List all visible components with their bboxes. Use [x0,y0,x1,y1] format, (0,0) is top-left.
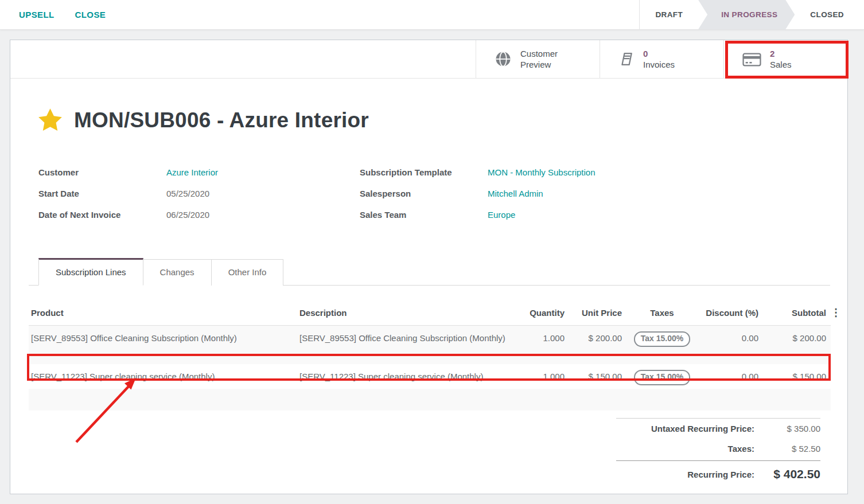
status-step-in-progress[interactable]: IN PROGRESS [698,0,795,29]
header-actions: UPSELL CLOSE [0,10,106,19]
cell-discount: 0.00 [700,364,761,389]
column-header-subtotal: Subtotal [761,300,828,325]
field-value-customer[interactable]: Azure Interior [166,167,218,177]
field-label-customer: Customer [38,167,166,177]
cell-product: [SERV_89553] Office Cleaning Subscriptio… [29,326,297,364]
top-navbar: UPSELL CLOSE DRAFT IN PROGRESS CLOSED [0,0,864,30]
field-value-subscription-template[interactable]: MON - Monthly Subscription [488,167,596,177]
sales-label: Sales [770,59,792,71]
field-value-start-date[interactable]: 05/25/2020 [166,189,209,198]
cell-subtotal: $ 150.00 [761,364,828,389]
cell-product: [SERV_11223] Super cleaning service (Mon… [29,364,297,389]
tab-other-info[interactable]: Other Info [212,259,284,286]
customer-preview-label-line2: Preview [520,59,558,71]
cell-unit-price: $ 150.00 [567,364,624,389]
column-header-quantity: Quantity [516,300,567,325]
table-row[interactable]: [SERV_89553] Office Cleaning Subscriptio… [29,326,831,364]
recurring-price-value: $ 402.50 [754,467,820,481]
field-group: Customer Azure Interior Start Date 05/25… [38,162,830,225]
cell-description: [SERV_89553] Office Cleaning Subscriptio… [297,326,516,364]
invoices-label: Invoices [643,59,675,71]
statusbar: DRAFT IN PROGRESS CLOSED [639,0,864,29]
table-header-row: Product Description Quantity Unit Price … [29,300,831,326]
taxes-label: Taxes: [728,444,754,454]
favorite-star-icon[interactable] [37,107,64,134]
cell-description: [SERV_11223] Super cleaning service (Mon… [297,364,516,389]
column-header-description: Description [297,300,516,325]
subscription-lines-table: Product Description Quantity Unit Price … [29,300,831,411]
customer-preview-label-line1: Customer [520,48,558,60]
sales-count: 2 [770,48,792,60]
recurring-price-label: Recurring Price: [687,470,754,479]
cell-discount: 0.00 [700,326,761,364]
column-header-unit-price: Unit Price [567,300,624,325]
kebab-menu-icon[interactable]: ⋮ [831,307,841,318]
field-value-salesperson[interactable]: Mitchell Admin [488,189,543,198]
page-title: MON/SUB006 - Azure Interior [74,108,369,132]
cell-quantity: 1.000 [516,364,567,389]
field-label-sales-team: Sales Team [360,210,488,220]
invoices-button[interactable]: 0 Invoices [600,40,723,78]
customer-preview-button[interactable]: Customer Preview [476,40,600,78]
field-value-next-invoice-date[interactable]: 06/25/2020 [166,210,209,220]
table-row-highlighted[interactable]: [SERV_11223] Super cleaning service (Mon… [29,364,831,389]
status-step-closed[interactable]: CLOSED [795,0,859,29]
tab-changes[interactable]: Changes [143,259,212,286]
sales-button[interactable]: 2 Sales [723,40,847,78]
form-sheet: MON/SUB006 - Azure Interior Customer Azu… [10,107,847,487]
cell-quantity: 1.000 [516,326,567,364]
close-button[interactable]: CLOSE [75,10,106,19]
taxes-value: $ 52.50 [754,444,820,454]
untaxed-recurring-price-label: Untaxed Recurring Price: [651,424,754,433]
untaxed-recurring-price-value: $ 350.00 [754,424,820,433]
status-step-draft[interactable]: DRAFT [640,0,698,29]
globe-icon [495,50,512,68]
column-header-taxes: Taxes [624,300,700,325]
column-header-product: Product [29,300,297,325]
invoices-count: 0 [643,48,675,60]
notebook-tabs: Subscription Lines Changes Other Info [29,258,830,286]
subscription-form-panel: Customer Preview 0 Invoices [10,40,848,494]
field-value-sales-team[interactable]: Europe [488,210,515,220]
tab-subscription-lines[interactable]: Subscription Lines [38,258,143,286]
book-icon [618,51,635,67]
empty-table-stripe [29,389,831,411]
tax-badge: Tax 15.00% [634,331,690,347]
credit-card-icon [742,52,761,67]
cell-subtotal: $ 200.00 [761,326,828,364]
upsell-button[interactable]: UPSELL [19,10,55,19]
totals-block: Untaxed Recurring Price: $ 350.00 Taxes:… [616,418,820,487]
field-label-salesperson: Salesperson [360,189,488,198]
field-label-subscription-template: Subscription Template [360,167,488,177]
tax-badge: Tax 15.00% [634,370,690,385]
button-box: Customer Preview 0 Invoices [10,40,847,79]
field-label-start-date: Start Date [38,189,166,198]
field-label-next-invoice-date: Date of Next Invoice [38,210,166,220]
cell-unit-price: $ 200.00 [567,326,624,364]
column-header-discount: Discount (%) [700,300,761,325]
